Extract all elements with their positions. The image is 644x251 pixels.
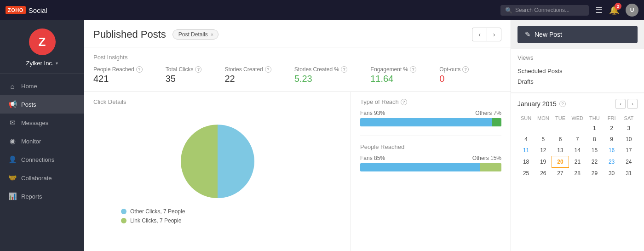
views-section: Views Scheduled Posts Drafts <box>511 49 644 92</box>
metrics-row: People Reached ? 421 Total Clicks ? 35 <box>93 66 501 84</box>
menu-icon[interactable]: ☰ <box>595 5 603 15</box>
calendar-day-23[interactable]: 23 <box>603 156 620 168</box>
fans-bar-reach <box>360 118 492 126</box>
close-tab-icon[interactable]: × <box>211 32 213 37</box>
calendar-day-5[interactable]: 5 <box>535 134 552 145</box>
sidebar-item-messages[interactable]: ✉ Messages <box>0 114 84 132</box>
next-arrow-button[interactable]: › <box>487 28 501 41</box>
calendar-next-button[interactable]: › <box>627 99 638 109</box>
calendar-day-25[interactable]: 25 <box>518 168 535 179</box>
content-area: Published Posts Post Details × ‹ › Post … <box>84 20 511 251</box>
people-reached-section: People Reached Fans 85% Others 15% <box>360 143 501 171</box>
calendar-day-30[interactable]: 30 <box>603 168 620 179</box>
sidebar-item-home[interactable]: ⌂ Home <box>0 77 84 95</box>
metric-label-stories-pct: Stories Created % <box>294 66 339 73</box>
help-icon-engagement-pct[interactable]: ? <box>410 66 416 73</box>
calendar-day-22[interactable]: 22 <box>586 156 603 168</box>
calendar-day-11[interactable]: 11 <box>518 145 535 156</box>
help-icon-calendar[interactable]: ? <box>559 101 566 107</box>
new-post-button[interactable]: ✎ New Post <box>518 26 638 43</box>
calendar-day-9[interactable]: 9 <box>603 134 620 145</box>
calendar-title: January 2015 ? <box>518 100 566 108</box>
sidebar-item-connections[interactable]: 👤 Connections <box>0 150 84 169</box>
scheduled-posts-link[interactable]: Scheduled Posts <box>518 66 638 76</box>
views-title: Views <box>518 54 638 61</box>
post-details-tab[interactable]: Post Details × <box>172 29 218 40</box>
calendar-prev-button[interactable]: ‹ <box>615 99 626 109</box>
profile-area: Z Zylker Inc. ▾ <box>0 20 84 74</box>
drafts-link[interactable]: Drafts <box>518 76 638 87</box>
calendar-day-28[interactable]: 28 <box>569 168 586 179</box>
calendar-day-27[interactable]: 27 <box>552 168 569 179</box>
calendar-day-21[interactable]: 21 <box>569 156 586 168</box>
calendar-day-17[interactable]: 17 <box>620 145 637 156</box>
topbar: ZOHO Social 🔍 ☰ 🔔 2 U <box>0 0 644 20</box>
calendar-day-4[interactable]: 4 <box>518 134 535 145</box>
nav-items: ⌂ Home 📢 Posts ✉ Messages ◉ Monitor 👤 Co… <box>0 74 84 251</box>
calendar-day-1[interactable]: 1 <box>586 123 603 134</box>
calendar-day-29[interactable]: 29 <box>586 168 603 179</box>
nav-arrows: ‹ › <box>472 28 501 41</box>
help-icon-stories-pct[interactable]: ? <box>341 66 347 73</box>
calendar-day-7[interactable]: 7 <box>569 134 586 145</box>
calendar-empty <box>569 123 586 134</box>
reports-icon: 📊 <box>8 192 17 200</box>
legend-label-other: Other Clicks, 7 People <box>130 208 185 215</box>
calendar-empty <box>552 123 569 134</box>
legend-dot-other <box>121 209 126 214</box>
tab-label: Post Details <box>178 31 208 38</box>
metric-value-stories-pct: 5.23 <box>294 74 347 84</box>
calendar-day-12[interactable]: 12 <box>535 145 552 156</box>
profile-name-text: Zylker Inc. <box>26 60 54 67</box>
help-icon-optouts[interactable]: ? <box>462 66 469 73</box>
user-avatar[interactable]: U <box>626 4 638 17</box>
notification-icon[interactable]: 🔔 2 <box>609 5 619 15</box>
calendar-day-14[interactable]: 14 <box>569 145 586 156</box>
calendar-day-8[interactable]: 8 <box>586 134 603 145</box>
calendar-day-19[interactable]: 19 <box>535 156 552 168</box>
help-icon-total-clicks[interactable]: ? <box>195 66 201 73</box>
calendar-day-18[interactable]: 18 <box>518 156 535 168</box>
calendar-day-24[interactable]: 24 <box>620 156 637 168</box>
calendar-day-10[interactable]: 10 <box>620 134 637 145</box>
calendar-day-16[interactable]: 16 <box>603 145 620 156</box>
calendar-empty <box>535 123 552 134</box>
legend-item-link: Link Clicks, 7 People <box>121 217 185 224</box>
calendar-grid: SUN MON TUE WED THU FRI SAT 123456789101… <box>518 114 638 179</box>
metric-label-total-clicks: Total Clicks <box>166 66 194 73</box>
help-icon-people-reached[interactable]: ? <box>136 66 143 73</box>
calendar-day-6[interactable]: 6 <box>552 134 569 145</box>
others-bar-reach <box>492 118 501 126</box>
zoho-logo: ZOHO <box>6 6 26 14</box>
calendar-day-31[interactable]: 31 <box>620 168 637 179</box>
bar-divider <box>360 136 501 136</box>
logo-area: ZOHO Social <box>6 6 47 14</box>
prev-arrow-button[interactable]: ‹ <box>472 28 487 41</box>
help-icon-stories-created[interactable]: ? <box>265 66 271 73</box>
calendar-day-15[interactable]: 15 <box>586 145 603 156</box>
sidebar-item-reports[interactable]: 📊 Reports <box>0 187 84 205</box>
app-name: Social <box>29 6 47 14</box>
calendar-day-2[interactable]: 2 <box>603 123 620 134</box>
calendar-day-3[interactable]: 3 <box>620 123 637 134</box>
help-icon-type-reach[interactable]: ? <box>401 99 407 105</box>
insights-section: Post Insights People Reached ? 421 Total… <box>84 47 511 92</box>
metric-total-clicks: Total Clicks ? 35 <box>166 66 202 84</box>
sidebar-item-collaborate[interactable]: 🤝 Collaborate <box>0 169 84 187</box>
search-box[interactable]: 🔍 <box>500 5 589 16</box>
edit-icon: ✎ <box>525 30 531 39</box>
calendar-day-20[interactable]: 20 <box>552 156 569 168</box>
sidebar-item-posts[interactable]: 📢 Posts <box>0 95 84 114</box>
topbar-right: 🔍 ☰ 🔔 2 U <box>500 4 638 17</box>
legend-dot-link <box>121 218 126 223</box>
profile-name-button[interactable]: Zylker Inc. ▾ <box>26 60 58 67</box>
calendar-day-13[interactable]: 13 <box>552 145 569 156</box>
sidebar-item-monitor[interactable]: ◉ Monitor <box>0 132 84 150</box>
collaborate-icon: 🤝 <box>8 174 17 182</box>
calendar-empty <box>518 123 535 134</box>
main-layout: Z Zylker Inc. ▾ ⌂ Home 📢 Posts ✉ Message… <box>0 20 644 251</box>
calendar-day-26[interactable]: 26 <box>535 168 552 179</box>
day-header-mon: MON <box>535 114 552 123</box>
others-label-people: Others 15% <box>472 155 501 161</box>
search-input[interactable] <box>515 7 584 13</box>
